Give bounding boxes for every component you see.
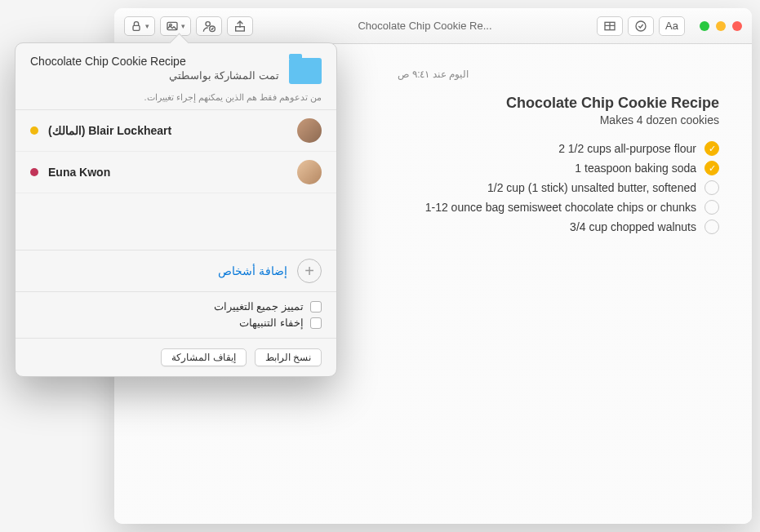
- unchecked-circle-icon[interactable]: [704, 200, 719, 215]
- share-options: تمييز جميع التغييرات إخفاء التنبيهات: [16, 292, 336, 339]
- highlight-changes-option[interactable]: تمييز جميع التغييرات: [30, 300, 322, 313]
- checklist-item-text: 1 teaspoon baking soda: [575, 162, 696, 175]
- copy-link-button[interactable]: نسخ الرابط: [255, 348, 322, 366]
- checked-circle-icon[interactable]: ✓: [704, 141, 719, 156]
- folder-icon: [289, 58, 322, 84]
- share-button[interactable]: [227, 16, 253, 36]
- checkbox-icon: [310, 301, 322, 313]
- person-name: Euna Kwon: [48, 166, 287, 179]
- checked-circle-icon[interactable]: ✓: [704, 161, 719, 175]
- permission-hint: من تدعوهم فقط هم الذين يمكنهم إجراء تغيي…: [16, 92, 336, 109]
- close-window-button[interactable]: [732, 21, 742, 31]
- checklist-icon: [634, 20, 647, 33]
- traffic-lights: [700, 21, 742, 31]
- table-button[interactable]: [597, 16, 623, 36]
- avatar: [297, 160, 322, 184]
- people-list: (المالك) Blair LockheartEuna Kwon: [16, 109, 336, 193]
- people-spacer: [16, 193, 336, 250]
- toolbar-left-group: ▾ ▾: [124, 16, 253, 36]
- fullscreen-window-button[interactable]: [700, 21, 709, 31]
- chevron-down-icon: ▾: [181, 22, 185, 30]
- person-row[interactable]: (المالك) Blair Lockheart: [16, 110, 336, 152]
- format-icon: Aa: [665, 20, 678, 32]
- chevron-down-icon: ▾: [145, 22, 149, 30]
- checklist-button[interactable]: [628, 16, 654, 36]
- stop-sharing-button[interactable]: إيقاف المشاركة: [161, 348, 246, 366]
- color-dot-icon: [30, 126, 38, 135]
- checklist-item-text: 1-12 ounce bag semisweet chocolate chips…: [425, 201, 696, 214]
- highlight-changes-label: تمييز جميع التغييرات: [214, 300, 304, 313]
- titlebar: Aa Chocolate Chip Cookie Re... ▾ ▾: [114, 8, 752, 44]
- share-popover: Chocolate Chip Cookie Recipe تمت المشارك…: [15, 42, 337, 377]
- shared-by-text: تمت المشاركة بواسطتي: [30, 69, 279, 82]
- plus-icon: +: [297, 259, 322, 283]
- popover-footer: إيقاف المشاركة نسخ الرابط: [16, 339, 336, 376]
- toolbar-right-group: Aa: [597, 16, 685, 36]
- checklist-item-text: 3/4 cup chopped walnuts: [570, 220, 696, 233]
- color-dot-icon: [30, 168, 38, 176]
- checklist-item-text: 2 1/2 cups all-purpose flour: [558, 142, 696, 155]
- svg-rect-7: [133, 25, 140, 30]
- unchecked-circle-icon[interactable]: [704, 180, 719, 195]
- svg-point-3: [206, 21, 210, 25]
- svg-point-0: [636, 21, 646, 31]
- format-button[interactable]: Aa: [659, 16, 685, 36]
- popover-header: Chocolate Chip Cookie Recipe تمت المشارك…: [16, 43, 336, 92]
- unchecked-circle-icon[interactable]: [704, 219, 719, 234]
- checklist-item-text: 1/2 cup (1 stick) unsalted butter, softe…: [487, 181, 696, 194]
- window-title: Chocolate Chip Cookie Re...: [253, 20, 597, 32]
- lock-dropdown-button[interactable]: ▾: [124, 16, 155, 36]
- collaborate-button[interactable]: [196, 16, 222, 36]
- popover-title: Chocolate Chip Cookie Recipe: [30, 55, 279, 68]
- hide-alerts-option[interactable]: إخفاء التنبيهات: [30, 317, 322, 329]
- person-check-icon: [202, 20, 216, 33]
- checkbox-icon: [310, 317, 322, 329]
- minimize-window-button[interactable]: [716, 21, 726, 31]
- table-icon: [603, 20, 616, 33]
- photo-icon: [166, 20, 179, 33]
- media-dropdown-button[interactable]: ▾: [160, 16, 191, 36]
- person-row[interactable]: Euna Kwon: [16, 152, 336, 193]
- add-people-button[interactable]: + إضافة أشخاص: [16, 250, 336, 292]
- lock-icon: [130, 20, 143, 33]
- hide-alerts-label: إخفاء التنبيهات: [239, 317, 304, 329]
- person-name: (المالك) Blair Lockheart: [48, 124, 287, 137]
- add-people-label: إضافة أشخاص: [218, 264, 287, 277]
- avatar: [297, 118, 322, 143]
- share-icon: [233, 20, 247, 33]
